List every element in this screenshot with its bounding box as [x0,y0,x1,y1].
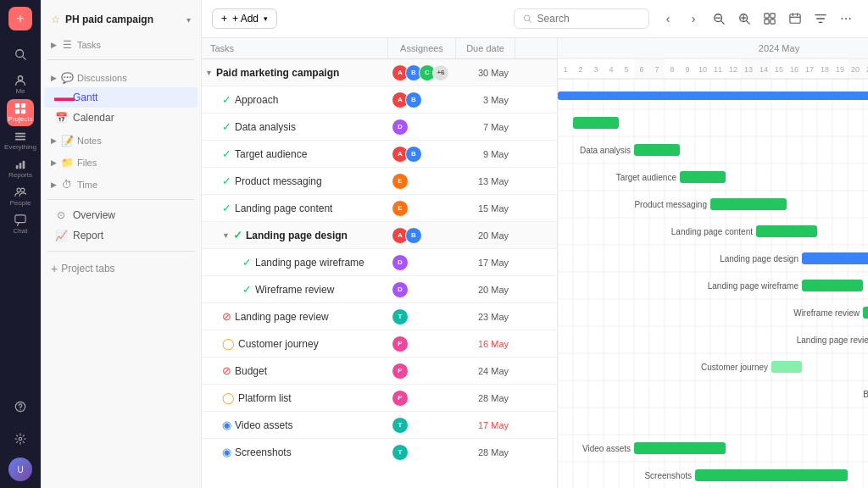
gantt-svg: 2024 May12345678910111213141516171819202… [558,38,868,488]
zoom-in-button[interactable] [732,7,756,30]
status-done-icon: ✓ [242,256,252,269]
avatar: P [392,363,409,380]
svg-rect-8 [15,136,25,137]
task-assignees: T [388,444,456,461]
table-row[interactable]: ◯ Platform list P 28 May [202,385,557,412]
table-row[interactable]: ◉ Screenshots T 28 May [202,439,557,465]
files-label: Files [77,158,97,168]
svg-line-22 [721,21,725,25]
svg-line-20 [529,20,531,23]
search-bar[interactable] [514,8,649,29]
toolbar-icons: ‹ › ⋯ [656,7,858,30]
task-name: ◯ Customer journey [202,337,388,350]
svg-text:Screenshots: Screenshots [644,471,692,480]
table-row[interactable]: ✓ Landing page content E 15 May [202,195,557,222]
nav-notes-section[interactable]: ▶ 📝 Notes [41,128,201,150]
table-row[interactable]: ✓ Target audience A B 9 May [202,141,557,168]
reports-icon[interactable]: Reports [7,155,34,182]
nav-discussions-section[interactable]: ▶ 💬 Discussions [41,65,201,87]
filter-button[interactable] [809,7,832,30]
svg-rect-30 [765,19,769,24]
svg-point-13 [17,188,20,191]
subtask-expand-icon[interactable]: ▼ [222,231,230,240]
projects-icon[interactable]: Projects [7,99,34,126]
calendar-button[interactable] [783,7,807,30]
status-error-icon: ⊘ [222,310,231,323]
nav-report[interactable]: 📈 Report [44,225,198,246]
task-due-date: 7 May [456,122,515,132]
everything-icon[interactable]: Everything [7,127,34,154]
people-icon[interactable]: People [7,183,34,210]
task-name: ✓ Product messaging [202,175,388,187]
table-row[interactable]: ▼ ✓ Landing page design A B 20 May [202,222,557,249]
project-header[interactable]: ☆ PH paid campaign ▾ [41,7,201,32]
nav-files-section[interactable]: ▶ 📁 Files [41,150,201,172]
svg-text:Customer journey: Customer journey [701,363,768,372]
me-icon[interactable]: Me [7,71,34,98]
overview-icon: ⊙ [54,209,68,221]
table-row[interactable]: ◉ Video assets T 17 May [202,412,557,439]
nav-tasks-section[interactable]: ▶ ☰ Tasks [41,32,201,54]
notes-expand-icon: ▶ [51,136,57,145]
table-row[interactable]: ✓ Wireframe review D 20 May [202,276,557,303]
search-icon[interactable] [7,41,34,68]
table-row[interactable]: ✓ Product messaging E 13 May [202,168,557,195]
svg-text:Data analysis: Data analysis [580,146,631,155]
add-button[interactable]: + + Add ▾ [212,8,277,29]
zoom-out-button[interactable] [707,7,731,30]
svg-text:9: 9 [685,65,689,74]
avatar: T [392,417,409,434]
table-row[interactable]: ✓ Data analysis D 7 May [202,114,557,141]
task-name: ✓ Approach [202,93,388,106]
task-due-date: 16 May [456,339,515,349]
svg-point-18 [19,437,22,441]
avatar: B [405,92,422,108]
grid-button[interactable] [758,7,782,30]
group-expand-icon[interactable]: ▼ [205,69,213,77]
svg-text:7: 7 [654,65,659,74]
settings-icon[interactable] [7,425,34,452]
add-plus-icon: + [221,13,227,25]
task-assignees: D [388,281,456,298]
discussions-expand-icon: ▶ [51,74,57,82]
nav-gantt[interactable]: ▬▬ Gantt [44,87,198,108]
prev-button[interactable]: ‹ [656,7,680,30]
more-button[interactable]: ⋯ [834,7,858,30]
files-expand-icon: ▶ [51,158,57,167]
svg-rect-29 [771,14,775,18]
table-row[interactable]: ◯ Customer journey P 16 May [202,330,557,358]
add-tabs-label: Project tabs [61,263,114,274]
search-input[interactable] [537,13,640,25]
table-row[interactable]: ⊘ Budget P 24 May [202,358,557,385]
user-avatar[interactable]: U [8,458,32,481]
nav-calendar[interactable]: 📅 Calendar [44,108,198,128]
chat-icon[interactable]: Chat [7,211,34,238]
task-due-date: 9 May [456,149,515,159]
svg-text:6: 6 [639,65,643,74]
nav-divider-3 [47,251,194,252]
svg-text:14: 14 [760,65,768,74]
svg-text:4: 4 [609,65,613,74]
avatar: D [392,119,409,136]
table-row[interactable]: ▼ Paid marketing campaign A B C +6 30 Ma… [202,59,557,86]
group-name: ▼ Paid marketing campaign [202,67,388,79]
task-assignees: T [388,417,456,434]
nav-overview[interactable]: ⊙ Overview [44,205,198,225]
avatar: E [392,200,409,217]
calendar-label: Calendar [73,112,114,124]
next-button[interactable]: › [682,7,705,30]
table-row[interactable]: ✓ Landing page wireframe D 17 May [202,249,557,276]
new-item-button[interactable]: + [8,7,32,30]
project-star-icon: ☆ [51,14,60,25]
task-name: ✓ Landing page wireframe [202,256,388,269]
table-row[interactable]: ✓ Approach A B 3 May [202,86,557,114]
time-expand-icon: ▶ [51,180,57,189]
svg-text:2024 May: 2024 May [759,43,800,53]
nav-time-section[interactable]: ▶ ⏱ Time [41,172,201,194]
help-icon[interactable] [7,393,34,420]
avatar: P [392,390,409,407]
search-icon [523,14,532,24]
table-row[interactable]: ⊘ Landing page review T 23 May [202,303,557,330]
avatar: T [392,444,409,461]
add-project-tabs[interactable]: + Project tabs [41,257,201,280]
